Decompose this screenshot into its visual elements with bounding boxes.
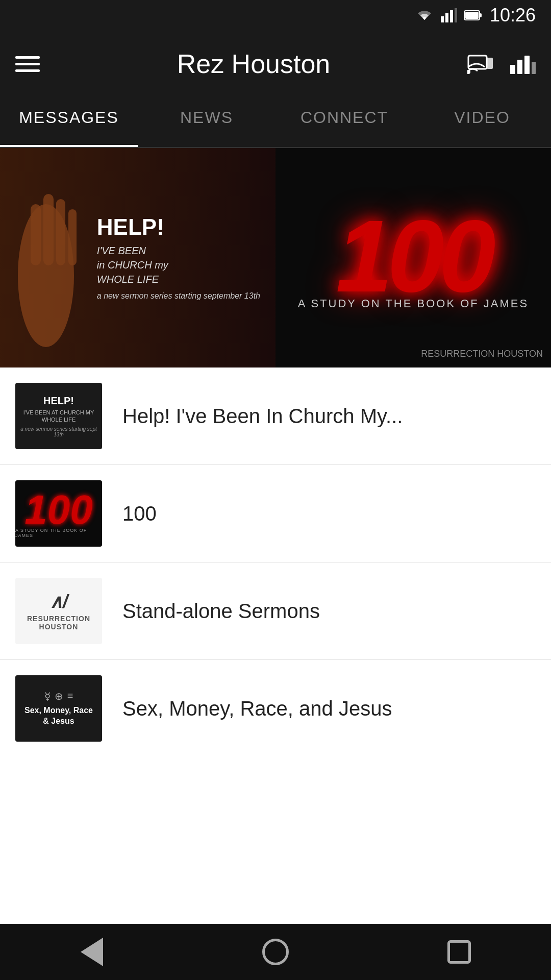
thumbnail-help: HELP! I'VE BEEN AT CHURCH MY WHOLE LIFE … (15, 383, 102, 449)
cast-icon[interactable] (467, 53, 494, 75)
chart-icon[interactable] (509, 53, 536, 75)
status-bar: 10:26 (0, 0, 551, 31)
smrj-icon3: ≡ (67, 690, 73, 702)
home-icon (262, 939, 289, 965)
thumbnail-100: 100 A STUDY ON THE BOOK OF JAMES (15, 480, 102, 547)
banner-credit: RESURRECTION HOUSTON (421, 349, 543, 359)
battery-icon (464, 10, 483, 21)
list-item-title: Help! I've Been In Church My... (122, 405, 403, 428)
app-bar-actions (467, 53, 536, 75)
tab-messages-label: MESSAGES (19, 108, 119, 136)
status-time: 10:26 (490, 5, 536, 26)
tab-connect-label: CONNECT (300, 108, 388, 136)
svg-rect-3 (455, 8, 457, 22)
list-item-title: Stand-alone Sermons (122, 600, 320, 623)
banner-100-number: 100 (336, 205, 491, 307)
banner-help-title: HELP! (97, 215, 260, 239)
tab-messages[interactable]: MESSAGES (0, 97, 138, 147)
list-item-title: 100 (122, 502, 157, 525)
back-button[interactable] (71, 932, 112, 972)
list-item[interactable]: 100 A STUDY ON THE BOOK OF JAMES 100 (0, 465, 551, 562)
list-item[interactable]: ∧/ RESURRECTIONHOUSTON Stand-alone Sermo… (0, 562, 551, 660)
svg-rect-18 (68, 209, 77, 265)
tab-bar: MESSAGES NEWS CONNECT VIDEO (0, 97, 551, 148)
svg-rect-5 (480, 13, 482, 17)
bottom-navigation (0, 924, 551, 980)
svg-rect-1 (445, 13, 448, 22)
recent-button[interactable] (439, 932, 480, 972)
banner-left-text: HELP! I'VE BEEN in CHURCH my WHOLE LIFE … (97, 215, 260, 301)
svg-rect-9 (487, 58, 493, 69)
banner-carousel[interactable]: HELP! I'VE BEEN in CHURCH my WHOLE LIFE … (0, 148, 551, 368)
thumbnail-smrj: ☿ ⊕ ≡ Sex, Money, Race& Jesus (15, 675, 102, 742)
tab-video-label: VIDEO (454, 108, 510, 136)
thumbnail-standalone: ∧/ RESURRECTIONHOUSTON (15, 578, 102, 644)
sermon-list: HELP! I'VE BEEN AT CHURCH MY WHOLE LIFE … (0, 368, 551, 757)
app-title: Rez Houston (55, 48, 452, 79)
svg-rect-15 (31, 204, 41, 265)
svg-rect-17 (56, 199, 65, 265)
svg-rect-11 (517, 60, 522, 74)
banner-james-subtitle: A STUDY ON THE BOOK OF JAMES (298, 297, 529, 310)
banner-help-subtitle: I'VE BEEN in CHURCH my WHOLE LIFE (97, 243, 260, 286)
svg-rect-2 (450, 10, 453, 22)
smrj-icon1: ☿ (44, 690, 51, 702)
tab-news[interactable]: NEWS (138, 97, 276, 147)
svg-rect-16 (43, 194, 54, 265)
back-icon (81, 938, 103, 966)
tab-video[interactable]: VIDEO (413, 97, 551, 147)
svg-rect-0 (441, 16, 444, 22)
banner-help-note: a new sermon series starting september 1… (97, 291, 260, 301)
svg-rect-6 (465, 12, 479, 19)
recent-icon (447, 940, 471, 964)
wifi-icon (415, 9, 434, 22)
tab-news-label: NEWS (180, 108, 233, 136)
banner-100-panel[interactable]: 100 A STUDY ON THE BOOK OF JAMES RESURRE… (276, 148, 551, 368)
smrj-icon2: ⊕ (55, 690, 63, 702)
tab-connect[interactable]: CONNECT (276, 97, 413, 147)
home-button[interactable] (255, 932, 296, 972)
list-item-title: Sex, Money, Race, and Jesus (122, 697, 392, 720)
page-content: HELP! I'VE BEEN in CHURCH my WHOLE LIFE … (0, 148, 551, 818)
list-item[interactable]: ☿ ⊕ ≡ Sex, Money, Race& Jesus Sex, Money… (0, 660, 551, 757)
status-icons: 10:26 (415, 5, 536, 26)
app-bar: Rez Houston (0, 31, 551, 97)
svg-rect-12 (524, 56, 530, 74)
menu-button[interactable] (15, 56, 40, 72)
list-item[interactable]: HELP! I'VE BEEN AT CHURCH MY WHOLE LIFE … (0, 368, 551, 465)
svg-rect-13 (532, 62, 536, 74)
signal-icon (441, 8, 457, 22)
svg-rect-10 (510, 65, 515, 74)
banner-help-panel[interactable]: HELP! I'VE BEEN in CHURCH my WHOLE LIFE … (0, 148, 276, 368)
